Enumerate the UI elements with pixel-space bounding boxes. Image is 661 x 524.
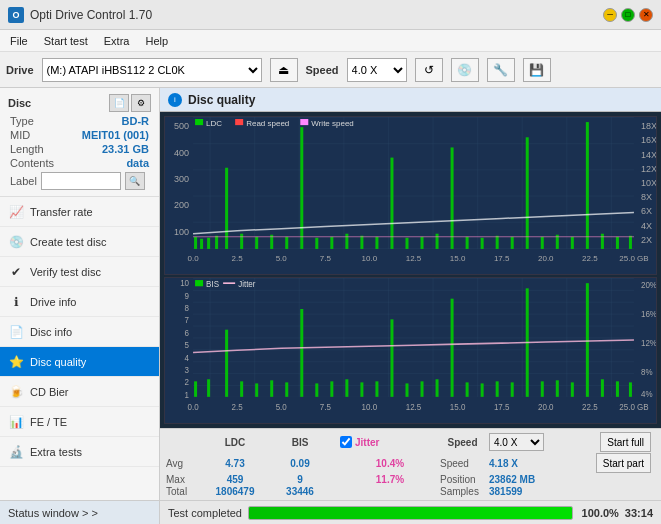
- sidebar-item-disc-quality[interactable]: ⭐ Disc quality: [0, 347, 159, 377]
- svg-rect-119: [586, 283, 589, 397]
- status-window-button[interactable]: Status window > >: [0, 501, 160, 524]
- sidebar-item-disc-info[interactable]: 📄 Disc info: [0, 317, 159, 347]
- svg-rect-113: [496, 382, 499, 398]
- svg-text:7.5: 7.5: [320, 254, 332, 263]
- svg-rect-61: [235, 119, 243, 125]
- stats-total-row: Total 1806479 33446 Samples 381599: [166, 486, 655, 497]
- jitter-checkbox[interactable]: [340, 436, 352, 448]
- svg-rect-48: [481, 238, 484, 249]
- avg-ldc: 4.73: [200, 458, 270, 469]
- svg-rect-100: [300, 309, 303, 397]
- nav-label-transfer-rate: Transfer rate: [30, 206, 93, 218]
- disc-button[interactable]: 💿: [451, 58, 479, 82]
- speed-label: Speed: [306, 64, 339, 76]
- upper-chart: 500 400 300 200 100 18X 16X 14X 12X 10X …: [164, 116, 657, 275]
- disc-length-row: Length 23.31 GB: [4, 142, 155, 156]
- chart-header-icon: i: [168, 93, 182, 107]
- settings-button[interactable]: 🔧: [487, 58, 515, 82]
- svg-text:6X: 6X: [641, 206, 652, 216]
- disc-icon-btn-1[interactable]: 📄: [109, 94, 129, 112]
- jitter-header-group: Jitter: [340, 436, 440, 448]
- svg-rect-93: [194, 382, 197, 398]
- svg-rect-49: [496, 236, 499, 249]
- svg-rect-95: [225, 330, 228, 397]
- drive-select[interactable]: (M:) ATAPI iHBS112 2 CL0K: [42, 58, 262, 82]
- sidebar-item-fe-te[interactable]: 📊 FE / TE: [0, 407, 159, 437]
- stats-header-row: LDC BIS Jitter Speed 4.0 X Start full: [166, 432, 655, 452]
- disc-section: Disc 📄 ⚙ Type BD-R MID MEIT01 (001) Leng…: [0, 88, 159, 197]
- sidebar-item-cd-bier[interactable]: 🍺 CD Bier: [0, 377, 159, 407]
- svg-text:300: 300: [174, 174, 189, 184]
- speed-select[interactable]: 4.0 X: [347, 58, 407, 82]
- disc-contents-label: Contents: [10, 157, 54, 169]
- total-ldc: 1806479: [200, 486, 270, 497]
- svg-text:8: 8: [185, 304, 190, 313]
- menu-file[interactable]: File: [4, 33, 34, 49]
- maximize-button[interactable]: □: [621, 8, 635, 22]
- svg-text:18X: 18X: [641, 121, 656, 131]
- svg-text:4%: 4%: [641, 390, 653, 399]
- extra-tests-icon: 🔬: [8, 444, 24, 460]
- sidebar: Disc 📄 ⚙ Type BD-R MID MEIT01 (001) Leng…: [0, 88, 160, 500]
- start-full-button[interactable]: Start full: [600, 432, 651, 452]
- menu-help[interactable]: Help: [139, 33, 174, 49]
- sidebar-item-create-test-disc[interactable]: 💿 Create test disc: [0, 227, 159, 257]
- refresh-button[interactable]: ↺: [415, 58, 443, 82]
- max-jitter: 11.7%: [340, 474, 440, 485]
- total-bis: 33446: [270, 486, 330, 497]
- lower-chart: 10 9 8 7 6 5 4 3 2 1 20% 16% 12% 8% 4%: [164, 277, 657, 424]
- sidebar-item-drive-info[interactable]: ℹ Drive info: [0, 287, 159, 317]
- svg-text:7.5: 7.5: [320, 403, 332, 412]
- avg-label: Avg: [166, 458, 200, 469]
- sidebar-item-verify-test-disc[interactable]: ✔ Verify test disc: [0, 257, 159, 287]
- svg-rect-44: [421, 237, 424, 249]
- stats-speed-select[interactable]: 4.0 X: [489, 433, 544, 451]
- create-test-disc-icon: 💿: [8, 234, 24, 250]
- svg-rect-104: [360, 383, 363, 397]
- sidebar-item-extra-tests[interactable]: 🔬 Extra tests: [0, 437, 159, 467]
- disc-length-value: 23.31 GB: [102, 143, 149, 155]
- svg-text:10.0: 10.0: [362, 254, 378, 263]
- svg-text:22.5: 22.5: [582, 254, 598, 263]
- window-controls: ─ □ ✕: [603, 8, 653, 22]
- svg-rect-55: [586, 122, 589, 249]
- svg-rect-36: [300, 127, 303, 249]
- svg-rect-114: [511, 383, 514, 397]
- svg-text:12X: 12X: [641, 164, 656, 174]
- speed-value: 4.18 X: [489, 458, 539, 469]
- svg-rect-32: [240, 234, 243, 249]
- svg-rect-120: [601, 380, 604, 398]
- svg-rect-112: [481, 384, 484, 397]
- svg-rect-111: [466, 383, 469, 397]
- samples-value: 381599: [489, 486, 539, 497]
- label-search-btn[interactable]: 🔍: [125, 172, 145, 190]
- svg-text:20.0: 20.0: [538, 254, 554, 263]
- svg-text:22.5: 22.5: [582, 403, 598, 412]
- eject-button[interactable]: ⏏: [270, 58, 298, 82]
- menu-start-test[interactable]: Start test: [38, 33, 94, 49]
- minimize-button[interactable]: ─: [603, 8, 617, 22]
- disc-title: Disc: [8, 97, 31, 109]
- svg-text:4: 4: [185, 354, 190, 363]
- time-display: 33:14: [625, 507, 653, 519]
- disc-label-input[interactable]: [41, 172, 121, 190]
- svg-rect-58: [629, 236, 632, 249]
- svg-text:500: 500: [174, 121, 189, 131]
- app-icon: O: [8, 7, 24, 23]
- menu-extra[interactable]: Extra: [98, 33, 136, 49]
- nav-label-fe-te: FE / TE: [30, 416, 67, 428]
- max-bis: 9: [270, 474, 330, 485]
- close-button[interactable]: ✕: [639, 8, 653, 22]
- title-bar-left: O Opti Drive Control 1.70: [8, 7, 152, 23]
- svg-text:Write speed: Write speed: [311, 119, 354, 128]
- svg-text:3: 3: [185, 366, 190, 375]
- svg-text:9: 9: [185, 292, 190, 301]
- svg-rect-38: [330, 237, 333, 249]
- content-area: i Disc quality 500 400: [160, 88, 661, 500]
- start-part-button[interactable]: Start part: [596, 453, 651, 473]
- save-button[interactable]: 💾: [523, 58, 551, 82]
- disc-icon-btn-2[interactable]: ⚙: [131, 94, 151, 112]
- chart-title: Disc quality: [188, 93, 255, 107]
- svg-text:5.0: 5.0: [276, 403, 288, 412]
- sidebar-item-transfer-rate[interactable]: 📈 Transfer rate: [0, 197, 159, 227]
